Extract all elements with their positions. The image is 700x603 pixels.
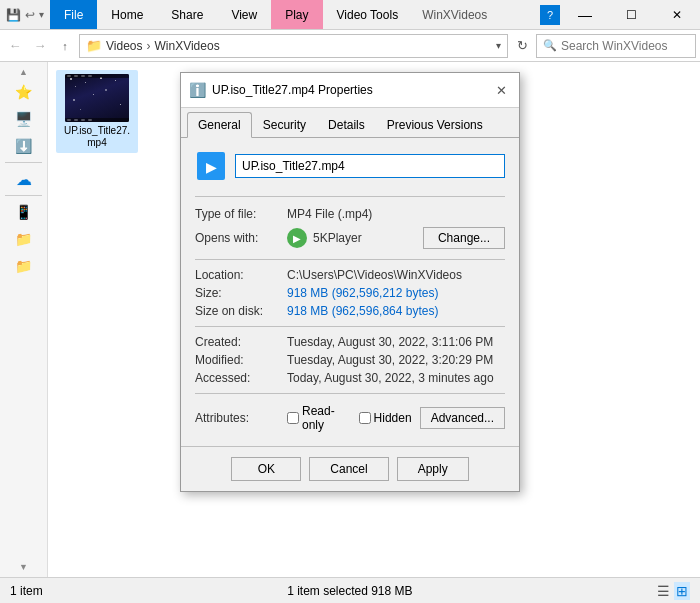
address-bar: ← → ↑ 📁 Videos › WinXVideos ▾ ↻ 🔍 [0,30,700,62]
accessed-value: Today, August 30, 2022, 3 minutes ago [287,371,494,385]
opens-with-value: 5KPlayer [313,231,362,245]
file-icon: ▶ [195,150,227,182]
tab-details[interactable]: Details [317,112,376,138]
save-icon[interactable]: 💾 [6,8,21,22]
filename-row: ▶ [195,150,505,182]
tab-play[interactable]: Play [271,0,322,29]
accessed-row: Accessed: Today, August 30, 2022, 3 minu… [195,369,505,387]
advanced-button[interactable]: Advanced... [420,407,505,429]
search-input[interactable] [561,39,689,53]
ok-button[interactable]: OK [231,457,301,481]
tab-security[interactable]: Security [252,112,317,138]
window-title: WinXVideos [412,0,497,29]
divider-3 [195,326,505,327]
dialog-button-row: OK Cancel Apply [181,446,519,491]
tab-general[interactable]: General [187,112,252,138]
tab-previous-versions[interactable]: Previous Versions [376,112,494,138]
undo-icon[interactable]: ↩ [25,8,35,22]
location-label: Location: [195,268,287,282]
file-thumbnail [65,74,129,122]
filename-input[interactable] [235,154,505,178]
size-label: Size: [195,286,287,300]
sidebar-item-folder1[interactable]: 📁 [8,226,40,252]
location-row: Location: C:\Users\PC\Videos\WinXVideos [195,266,505,284]
view-grid-button[interactable]: ⊞ [674,582,690,600]
path-part-winxvideos: WinXVideos [154,39,219,53]
sidebar-item-star[interactable]: ⭐ [8,79,40,105]
modified-row: Modified: Tuesday, August 30, 2022, 3:20… [195,351,505,369]
scroll-up[interactable]: ▲ [0,66,47,78]
cancel-button[interactable]: Cancel [309,457,388,481]
up-button[interactable]: ↑ [54,35,76,57]
readonly-checkbox-label[interactable]: Read-only [287,404,351,432]
back-button[interactable]: ← [4,35,26,57]
refresh-button[interactable]: ↻ [511,35,533,57]
size-disk-value: 918 MB (962,596,864 bytes) [287,304,438,318]
forward-button[interactable]: → [29,35,51,57]
change-button[interactable]: Change... [423,227,505,249]
left-panel: ▲ ⭐ 🖥️ ⬇️ ☁ 📱 📁 📁 ▼ [0,62,48,577]
attributes-label: Attributes: [195,411,287,425]
apply-button[interactable]: Apply [397,457,469,481]
location-value: C:\Users\PC\Videos\WinXVideos [287,268,462,282]
sidebar-item-folder2[interactable]: 📁 [8,253,40,279]
dialog-tabs: General Security Details Previous Versio… [181,108,519,138]
player-icon: ▶ [287,228,307,248]
maximize-button[interactable]: ☐ [608,0,654,30]
hidden-label: Hidden [374,411,412,425]
minimize-button[interactable]: — [562,0,608,30]
sidebar-item-phone[interactable]: 📱 [8,199,40,225]
readonly-label: Read-only [302,404,351,432]
attributes-row: Attributes: Read-only Hidden Advanced... [195,400,505,436]
path-dropdown[interactable]: ▾ [496,40,501,51]
sidebar-item-cloud[interactable]: ☁ [8,166,40,192]
modified-value: Tuesday, August 30, 2022, 3:20:29 PM [287,353,493,367]
address-path[interactable]: 📁 Videos › WinXVideos ▾ [79,34,508,58]
path-separator: › [146,39,150,53]
folder-icon-path: 📁 [86,38,102,53]
properties-dialog: ℹ️ UP.iso_Title27.mp4 Properties ✕ Gener… [180,72,520,492]
modified-label: Modified: [195,353,287,367]
status-selection: 1 item selected 918 MB [287,584,412,598]
sidebar-item-downloads[interactable]: ⬇️ [8,133,40,159]
dialog-close-button[interactable]: ✕ [491,80,511,100]
tab-home[interactable]: Home [97,0,157,29]
hidden-checkbox[interactable] [359,412,371,424]
tab-view[interactable]: View [217,0,271,29]
dialog-general-content: ▶ Type of file: MP4 File (.mp4) Opens wi… [181,138,519,442]
view-list-button[interactable]: ☰ [657,583,670,599]
accessed-label: Accessed: [195,371,287,385]
opens-with-label: Opens with: [195,231,287,245]
file-name: UP.iso_Title27.mp4 [60,125,134,149]
path-part-videos: Videos [106,39,142,53]
tab-file[interactable]: File [50,0,97,29]
quick-access-dropdown[interactable]: ▾ [39,9,44,20]
dialog-icon: ℹ️ [189,82,206,98]
list-item[interactable]: UP.iso_Title27.mp4 [56,70,138,153]
readonly-checkbox[interactable] [287,412,299,424]
tab-share[interactable]: Share [157,0,217,29]
divider-1 [195,196,505,197]
divider-4 [195,393,505,394]
created-row: Created: Tuesday, August 30, 2022, 3:11:… [195,333,505,351]
opens-with-row: Opens with: ▶ 5KPlayer Change... [195,223,505,253]
search-box[interactable]: 🔍 [536,34,696,58]
type-row: Type of file: MP4 File (.mp4) [195,205,505,223]
type-value: MP4 File (.mp4) [287,207,372,221]
sidebar-item-desktop[interactable]: 🖥️ [8,106,40,132]
hidden-checkbox-label[interactable]: Hidden [359,411,412,425]
scroll-down[interactable]: ▼ [0,561,47,573]
help-icon[interactable]: ? [540,5,560,25]
quick-access-toolbar: 💾 ↩ ▾ [0,0,50,29]
search-icon: 🔍 [543,39,557,52]
close-button[interactable]: ✕ [654,0,700,30]
divider-2 [195,259,505,260]
svg-text:▶: ▶ [206,160,217,175]
type-label: Type of file: [195,207,287,221]
status-bar: 1 item 1 item selected 918 MB ☰ ⊞ [0,577,700,603]
size-disk-row: Size on disk: 918 MB (962,596,864 bytes) [195,302,505,320]
dialog-title-bar: ℹ️ UP.iso_Title27.mp4 Properties ✕ [181,73,519,108]
size-row: Size: 918 MB (962,596,212 bytes) [195,284,505,302]
status-count: 1 item [10,584,43,598]
tab-video-tools[interactable]: Video Tools [323,0,413,29]
